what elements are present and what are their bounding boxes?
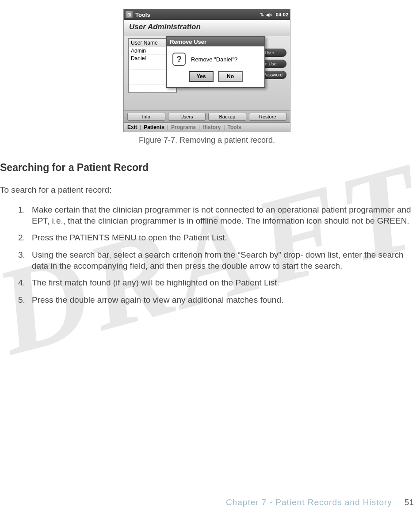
bottombar-tools[interactable]: Tools	[227, 124, 242, 130]
start-icon: ⊞	[126, 11, 133, 18]
bottombar-programs[interactable]: Programs	[170, 124, 197, 130]
footer-page-number: 51	[405, 498, 414, 507]
bottombar-patients[interactable]: Patients	[143, 124, 165, 130]
page-content: ⊞ Tools ⇅ ◀× 04:02 User Administration U…	[0, 0, 420, 321]
tab-bar: Info Users Backup Restore	[124, 110, 290, 122]
step-item: Using the search bar, select a search cr…	[27, 250, 414, 271]
figure-caption: Figure 7-7. Removing a patient record.	[0, 136, 414, 145]
clock-text: 04:02	[276, 12, 288, 17]
dialog-no-button[interactable]: No	[218, 71, 243, 82]
device-screenshot: ⊞ Tools ⇅ ◀× 04:02 User Administration U…	[123, 9, 290, 132]
bottombar-history[interactable]: History	[202, 124, 221, 130]
topbar-title: Tools	[135, 11, 150, 18]
device-topbar: ⊞ Tools ⇅ ◀× 04:02	[124, 9, 290, 20]
section-heading: Searching for a Patient Record	[0, 162, 414, 174]
step-item: Make certain that the clinician programm…	[27, 205, 414, 226]
tab-info[interactable]: Info	[127, 113, 165, 121]
bottombar-exit[interactable]: Exit	[126, 124, 138, 130]
screen-title: User Administration	[124, 20, 290, 36]
lead-text: To search for a patient record:	[0, 185, 414, 195]
remove-user-dialog: Remove User ? Remove "Daniel"? Yes No	[166, 36, 265, 88]
tab-users[interactable]: Users	[168, 113, 206, 121]
footer-chapter: Chapter 7 - Patient Records and History	[226, 498, 392, 507]
dialog-title: Remove User	[167, 37, 264, 46]
speaker-icon: ◀×	[266, 12, 272, 18]
sync-icon: ⇅	[260, 12, 264, 18]
step-item: Press the PATIENTS MENU to open the Pati…	[27, 232, 414, 243]
dialog-message: Remove "Daniel"?	[191, 56, 237, 63]
tab-restore[interactable]: Restore	[249, 113, 287, 121]
status-icons: ⇅ ◀× 04:02	[260, 12, 288, 18]
dialog-yes-button[interactable]: Yes	[189, 71, 214, 82]
step-item: Press the double arrow again to view any…	[27, 295, 414, 306]
tab-backup[interactable]: Backup	[208, 113, 246, 121]
step-item: The first match found (if any) will be h…	[27, 278, 414, 289]
page-footer: Chapter 7 - Patient Records and History …	[226, 498, 414, 507]
question-icon: ?	[172, 53, 186, 66]
bottom-bar: Exit | Patients | Programs | History | T…	[124, 122, 290, 132]
app-body: User Name Admin Daniel New User Remove U…	[124, 36, 290, 110]
steps-list: Make certain that the clinician programm…	[0, 205, 414, 306]
